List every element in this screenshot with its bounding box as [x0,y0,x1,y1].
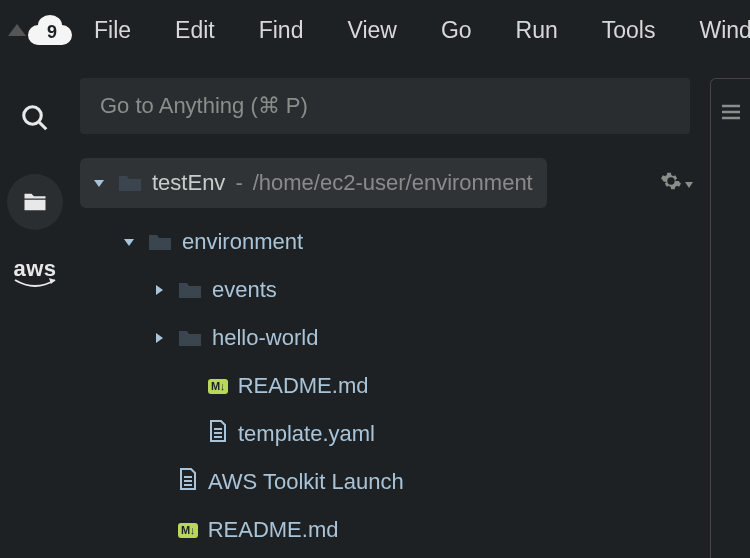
file-tree-icon[interactable] [7,174,63,230]
tree-row[interactable]: M↓README.md [80,362,700,410]
svg-text:9: 9 [47,22,57,42]
aws-icon[interactable]: aws [7,258,63,292]
menu-view[interactable]: View [325,17,418,44]
menu-go[interactable]: Go [419,17,494,44]
root-name: testEnv [152,170,225,196]
menu-file[interactable]: File [72,17,153,44]
file-tree: environmenteventshello-worldM↓README.mdt… [80,218,700,554]
tree-item-label: AWS Toolkit Launch [208,469,404,495]
svg-marker-7 [124,239,134,246]
svg-marker-9 [156,333,163,343]
explorer-panel: Go to Anything (⌘ P) testEnv - /home/ec2… [80,78,700,558]
root-separator: - [235,170,242,196]
menu-edit[interactable]: Edit [153,17,237,44]
tree-item-label: README.md [238,373,369,399]
tree-item-label: README.md [208,517,339,543]
svg-marker-8 [156,285,163,295]
goto-placeholder: Go to Anything (⌘ P) [100,93,308,119]
left-rail: aws [0,60,70,558]
file-icon [178,467,198,497]
tree-item-label: environment [182,229,303,255]
settings-menu[interactable] [660,170,700,197]
markdown-icon: M↓ [208,379,228,394]
root-path: /home/ec2-user/environment [253,170,533,196]
svg-marker-5 [94,180,104,187]
tree-row[interactable]: events [80,266,700,314]
chevron-right-icon [150,283,168,297]
chevron-down-icon [90,176,108,190]
folder-icon [178,328,202,348]
tree-root[interactable]: testEnv - /home/ec2-user/environment [80,158,547,208]
folder-icon [118,173,142,193]
svg-marker-6 [685,182,693,188]
tree-item-label: template.yaml [238,421,375,447]
menu-find[interactable]: Find [237,17,326,44]
tree-row[interactable]: M↓README.md [80,506,700,554]
menubar: 9 File Edit Find View Go Run Tools Windo… [0,0,750,60]
goto-input[interactable]: Go to Anything (⌘ P) [80,78,690,134]
search-icon[interactable] [7,90,63,146]
gear-icon [660,170,682,197]
file-icon [208,419,228,449]
svg-marker-0 [8,24,26,36]
menu-run[interactable]: Run [494,17,580,44]
chevron-down-icon [120,235,138,249]
menu-tools[interactable]: Tools [580,17,678,44]
tree-item-label: events [212,277,277,303]
markdown-icon: M↓ [178,523,198,538]
chevron-down-icon [684,171,694,195]
folder-icon [178,280,202,300]
collapse-icon[interactable] [8,24,26,36]
chevron-right-icon [150,331,168,345]
folder-icon [148,232,172,252]
svg-line-3 [39,122,46,129]
hamburger-icon [721,101,741,558]
menu-window[interactable]: Window [677,17,750,44]
tree-row[interactable]: template.yaml [80,410,700,458]
tree-row[interactable]: hello-world [80,314,700,362]
cloud9-logo-icon[interactable]: 9 [26,15,72,45]
tree-row[interactable]: AWS Toolkit Launch [80,458,700,506]
right-panel-collapsed[interactable] [710,78,750,558]
svg-point-2 [24,107,42,125]
tree-item-label: hello-world [212,325,318,351]
tree-row[interactable]: environment [80,218,700,266]
